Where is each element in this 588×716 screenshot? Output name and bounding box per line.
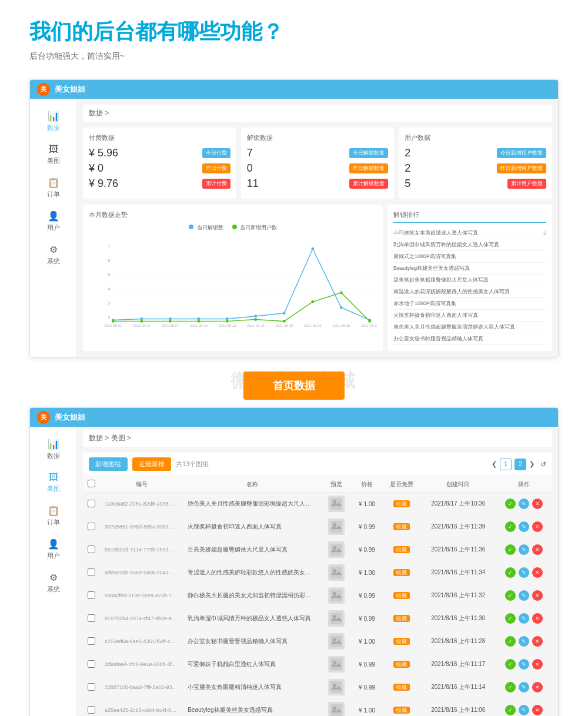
refresh-icon[interactable]: ↺ (540, 460, 546, 469)
action-edit-5[interactable]: ✎ (519, 613, 529, 624)
collect-badge-7[interactable]: 收藏 (393, 661, 410, 668)
user-badge-3: 累计用户数量 (507, 179, 546, 189)
breadcrumb-1: 数据 > (83, 105, 552, 122)
sidebar2-item-system[interactable]: ⚙ 系统 (30, 566, 76, 600)
next-page[interactable]: ❯ (529, 460, 534, 468)
row-check-5[interactable] (88, 614, 95, 622)
sidebar-label-users: 用户 (47, 223, 60, 232)
action-delete-9[interactable]: ✕ (532, 705, 543, 715)
row-thumb-8 (321, 676, 352, 699)
row-time-2: 2021/8/16 上午11:36 (421, 538, 496, 561)
collect-badge-3[interactable]: 收藏 (393, 569, 410, 576)
rank-item-2: 乳沟单湿巾城风情万种的姐姐女人透人体写真 (393, 239, 546, 251)
action-delete-3[interactable]: ✕ (532, 567, 543, 578)
collect-badge-4[interactable]: 收藏 (393, 592, 410, 599)
unlock-row-1: 7 今日解锁数量 (247, 147, 389, 159)
sidebar-item-data[interactable]: 📊 数据 (30, 105, 76, 138)
row-price-7: ¥ 0.99 (352, 653, 382, 676)
row-collect-4: 收藏 (382, 584, 421, 607)
collect-badge-8[interactable]: 收藏 (393, 684, 410, 691)
row-check-8[interactable] (88, 683, 95, 691)
action-enable-6[interactable]: ✓ (505, 636, 516, 647)
action-delete-4[interactable]: ✕ (532, 590, 543, 601)
action-edit-3[interactable]: ✎ (519, 567, 529, 578)
topbar-2: 美 美女姐姐 (30, 408, 558, 427)
svg-rect-46 (330, 544, 342, 556)
action-delete-8[interactable]: ✕ (532, 682, 543, 692)
action-edit-2[interactable]: ✎ (519, 544, 529, 555)
action-enable-3[interactable]: ✓ (505, 567, 516, 578)
action-delete-6[interactable]: ✕ (532, 636, 543, 647)
row-name-7: 可爱御妹子机靓白里透红人体写真 (183, 653, 321, 676)
action-enable-9[interactable]: ✓ (505, 705, 516, 715)
action-edit-7[interactable]: ✎ (519, 659, 529, 670)
action-enable-2[interactable]: ✓ (505, 544, 516, 555)
collect-badge-2[interactable]: 收藏 (393, 546, 410, 553)
action-enable-1[interactable]: ✓ (505, 521, 516, 532)
collect-badge-5[interactable]: 收藏 (393, 615, 410, 622)
rank-text-5: 甜美笑妙美笑超腿臀修彰大尺堂人体写真 (393, 276, 523, 284)
rank-item-4: Beautyleg袜腿美丝美女透惑写真 (393, 263, 546, 275)
payment-row-1: ¥ 5.96 今日付费 (89, 147, 230, 159)
sidebar-label-system: 系统 (47, 257, 60, 266)
row-actions-0: ✓ ✎ ✕ (496, 493, 552, 516)
action-edit-0[interactable]: ✎ (519, 498, 529, 509)
row-check-3[interactable] (88, 568, 95, 576)
collect-badge-1[interactable]: 收藏 (393, 523, 410, 530)
row-check-7[interactable] (88, 660, 95, 668)
row-price-5: ¥ 0.99 (352, 607, 382, 630)
action-enable-0[interactable]: ✓ (505, 498, 516, 509)
action-delete-2[interactable]: ✕ (532, 544, 543, 555)
sidebar-label-data: 数据 (47, 123, 60, 132)
sidebar-item-system[interactable]: ⚙ 系统 (30, 238, 76, 272)
action-edit-4[interactable]: ✎ (519, 590, 529, 601)
action-edit-9[interactable]: ✎ (519, 705, 529, 715)
sidebar2-item-data[interactable]: 📊 数据 (30, 433, 76, 466)
sidebar-item-users[interactable]: 👤 用户 (30, 205, 76, 238)
collect-badge-0[interactable]: 收藏 (393, 500, 410, 507)
row-check-0[interactable] (88, 500, 95, 507)
row-check-2[interactable] (88, 546, 95, 553)
page-1[interactable]: 1 (500, 459, 512, 470)
svg-point-49 (333, 569, 336, 573)
col-preview: 预览 (321, 476, 352, 493)
action-delete-5[interactable]: ✕ (532, 613, 543, 624)
row-thumb-0 (321, 493, 352, 516)
select-all-checkbox[interactable] (88, 480, 95, 487)
action-edit-6[interactable]: ✎ (519, 636, 529, 647)
action-delete-0[interactable]: ✕ (532, 498, 543, 509)
sidebar-item-orders[interactable]: 📋 订单 (30, 171, 76, 205)
action-delete-7[interactable]: ✕ (532, 659, 543, 670)
action-edit-1[interactable]: ✎ (519, 521, 529, 532)
action-edit-8[interactable]: ✎ (519, 682, 529, 692)
recently-btn[interactable]: 近最新排 (132, 457, 171, 471)
sidebar2-item-orders[interactable]: 📋 订单 (30, 499, 76, 533)
row-check-1[interactable] (88, 523, 95, 530)
action-enable-8[interactable]: ✓ (505, 682, 516, 692)
action-delete-1[interactable]: ✕ (532, 521, 543, 532)
btn-homepage-data[interactable]: 首页数据 (243, 372, 345, 400)
row-thumb-4 (321, 584, 352, 607)
page-2[interactable]: 2 (514, 459, 526, 470)
action-enable-5[interactable]: ✓ (505, 613, 516, 624)
action-enable-7[interactable]: ✓ (505, 659, 516, 670)
row-id-0: 1a3c9a82-2b8a-82d8-a936-e9ace680 (100, 493, 183, 516)
row-collect-8: 收藏 (382, 676, 421, 699)
sidebar2-label-system: 系统 (47, 585, 60, 594)
table-body: 1a3c9a82-2b8a-82d8-a936-e9ace680 绝色美人关月性… (83, 493, 552, 717)
collect-badge-6[interactable]: 收藏 (393, 638, 410, 645)
sidebar2-item-image[interactable]: 🖼 美图 (30, 466, 76, 499)
sidebar-item-image[interactable]: 🖼 美图 (30, 138, 76, 171)
add-group-btn[interactable]: 新增图组 (89, 457, 128, 471)
sidebar2-image-icon: 🖼 (49, 472, 58, 483)
unlock-card: 解锁数据 7 今日解锁数量 0 昨日解锁数量 11 累计解锁数量 (241, 128, 395, 199)
action-enable-4[interactable]: ✓ (505, 590, 516, 601)
prev-page[interactable]: ❮ (492, 460, 497, 468)
svg-point-47 (333, 546, 336, 550)
row-check-4[interactable] (88, 591, 95, 599)
row-check-9[interactable] (88, 706, 95, 714)
row-check-6[interactable] (88, 637, 95, 645)
sidebar2-item-users[interactable]: 👤 用户 (30, 533, 76, 566)
row-thumb-6 (321, 630, 352, 653)
collect-badge-9[interactable]: 收藏 (393, 707, 410, 714)
